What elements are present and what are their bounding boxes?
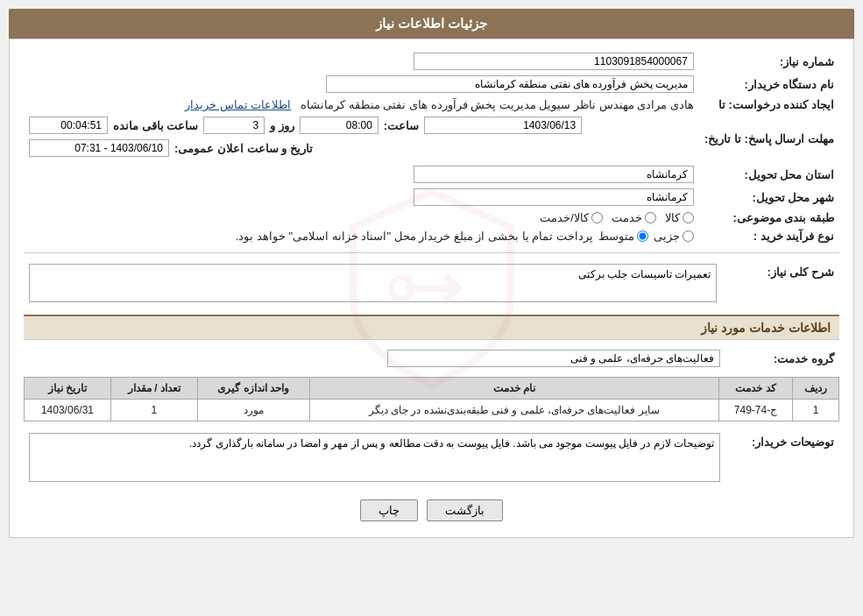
- print-button[interactable]: چاپ: [360, 499, 418, 521]
- category-kala-khadamat-text: کالا/خدمت: [540, 211, 589, 224]
- buyer-notes-label: توضیحات خریدار:: [725, 430, 839, 487]
- city-value: [24, 186, 699, 209]
- need-desc-label: شرح کلی نیاز:: [725, 260, 839, 306]
- service-group-label: گروه خدمت:: [725, 347, 839, 370]
- purchase-mottasat-text: متوسط: [598, 230, 634, 243]
- service-info-header: اطلاعات خدمات مورد نیاز: [24, 315, 839, 340]
- category-khadamat-label[interactable]: خدمت: [612, 211, 656, 224]
- table-row: 1ج-74-749سایر فعالیت‌های حرفه‌ای، علمی و…: [25, 400, 839, 421]
- table-cell-4: 1: [110, 400, 197, 421]
- category-kala-label[interactable]: کالا: [665, 211, 694, 224]
- remain-time-label: ساعت باقی مانده: [113, 119, 198, 132]
- category-kala-text: کالا: [665, 211, 680, 224]
- need-desc-textarea: [29, 264, 717, 302]
- category-kala-khadamat-radio[interactable]: [591, 212, 603, 223]
- col-header-qty: تعداد / مقدار: [110, 378, 197, 400]
- col-header-code: کد خدمت: [718, 378, 792, 400]
- need-number-label: شماره نیاز:: [699, 50, 839, 73]
- response-days-input: [203, 117, 265, 134]
- col-header-name: نام خدمت: [309, 378, 718, 400]
- response-time-input: [300, 117, 378, 134]
- divider-1: [24, 252, 839, 253]
- purchase-jozei-label[interactable]: جزیی: [654, 230, 694, 243]
- creator-label: ایجاد کننده درخواست: تا: [699, 96, 839, 114]
- table-cell-1: ج-74-749: [718, 400, 792, 421]
- category-kala-radio[interactable]: [683, 212, 694, 223]
- buyer-notes-textarea: توضیحات لازم در فایل پیوست موجود می باشد…: [29, 433, 720, 482]
- category-radios: کالا خدمت کالا/خدمت: [24, 209, 699, 227]
- col-header-row: ردیف: [793, 378, 839, 400]
- purchase-type-note: پرداخت تمام یا بخشی از مبلغ خریدار محل "…: [236, 230, 593, 243]
- category-khadamat-radio[interactable]: [645, 212, 656, 223]
- city-label: شهر محل تحویل:: [699, 186, 839, 209]
- need-desc-table: شرح کلی نیاز:: [24, 260, 839, 306]
- purchase-type-row: جزیی متوسط پرداخت تمام یا بخشی از مبلغ خ…: [24, 227, 699, 245]
- need-number-value: [24, 50, 699, 73]
- buyer-org-label: نام دستگاه خریدار:: [699, 73, 839, 96]
- creator-text: هادی مرادی مهندس ناظر سیویل مدیریت پخش ف…: [301, 98, 694, 111]
- service-group-value: [24, 347, 725, 370]
- purchase-type-label: نوع فرآیند خرید :: [699, 227, 839, 245]
- response-days-label: روز و: [270, 119, 294, 132]
- back-button[interactable]: بازگشت: [427, 499, 503, 521]
- need-desc-cell: [24, 260, 725, 306]
- province-label: استان محل تحویل:: [699, 163, 839, 186]
- response-date-input: [424, 117, 582, 134]
- purchase-mottasat-radio[interactable]: [637, 230, 648, 242]
- remain-time-input: [29, 117, 108, 134]
- page-title: جزئیات اطلاعات نیاز: [9, 9, 854, 39]
- need-number-input: [414, 53, 694, 70]
- buyer-notes-table: توضیحات خریدار: توضیحات لازم در فایل پیو…: [24, 430, 839, 487]
- table-cell-2: سایر فعالیت‌های حرفه‌ای، علمی و فنی طبقه…: [309, 400, 718, 421]
- announce-input: [29, 139, 169, 157]
- category-kala-khadamat-label[interactable]: کالا/خدمت: [540, 211, 603, 224]
- city-input: [414, 188, 694, 206]
- category-label: طبقه بندی موضوعی:: [699, 209, 839, 227]
- province-input: [414, 166, 694, 183]
- response-time-label: ساعت:: [384, 119, 419, 132]
- buyer-org-input: [326, 75, 694, 93]
- service-table: ردیف کد خدمت نام خدمت واحد اندازه گیری ت…: [24, 377, 839, 421]
- buyer-org-value: [24, 73, 699, 96]
- info-table: شماره نیاز: نام دستگاه خریدار: ایجاد کنن…: [24, 50, 839, 245]
- col-header-unit: واحد اندازه گیری: [197, 378, 309, 400]
- response-deadline-row: ساعت: روز و ساعت باقی مانده تاریخ و ساعت…: [24, 114, 699, 163]
- table-cell-5: 1403/06/31: [25, 400, 111, 421]
- contact-link[interactable]: اطلاعات تماس خریدار: [185, 98, 291, 111]
- province-value: [24, 163, 699, 186]
- category-khadamat-text: خدمت: [612, 211, 642, 224]
- announce-label: تاریخ و ساعت اعلان عمومی:: [174, 142, 313, 155]
- purchase-jozei-radio[interactable]: [683, 230, 694, 242]
- service-group-table: گروه خدمت:: [24, 347, 839, 370]
- response-deadline-label: مهلت ارسال پاسخ: تا تاریخ:: [699, 114, 839, 163]
- purchase-jozei-text: جزیی: [654, 230, 680, 243]
- table-cell-3: مورد: [197, 400, 309, 421]
- creator-value: هادی مرادی مهندس ناظر سیویل مدیریت پخش ف…: [24, 96, 699, 114]
- purchase-mottasat-label[interactable]: متوسط: [598, 230, 648, 243]
- service-group-input: [387, 350, 720, 367]
- buyer-notes-cell: توضیحات لازم در فایل پیوست موجود می باشد…: [24, 430, 725, 487]
- button-row: بازگشت چاپ: [24, 499, 839, 521]
- table-cell-0: 1: [793, 400, 839, 421]
- col-header-date: تاریخ نیاز: [25, 378, 111, 400]
